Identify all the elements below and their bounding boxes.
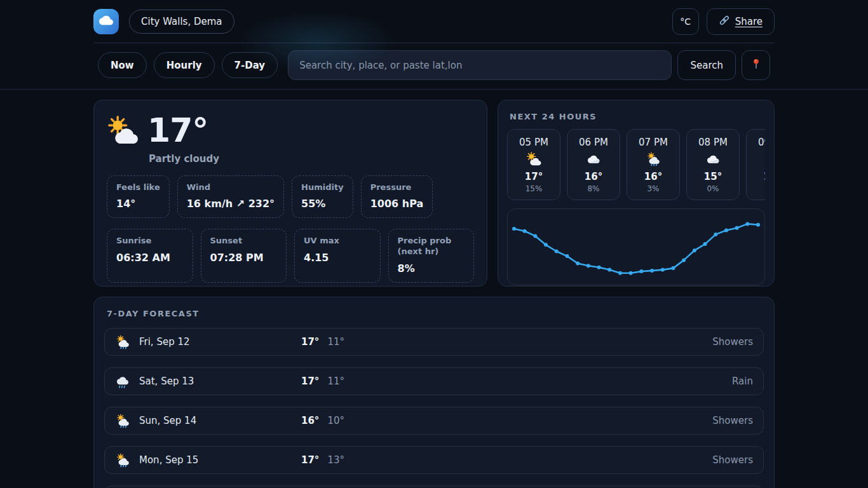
next-24-hours-card: NEXT 24 HOURS 05 PM 17° 15% 06 PM 16°	[498, 100, 775, 287]
stat-value: 07:28 PM	[210, 252, 278, 264]
stat-value: 16 km/h ↗ 232°	[187, 198, 275, 210]
hour-precip: 8%	[567, 184, 620, 193]
hour-weather-icon	[526, 159, 541, 171]
seven-day-forecast-title: 7-DAY FORECAST	[107, 309, 764, 318]
day-low-temp: 11°	[327, 376, 344, 387]
day-low-temp: 10°	[327, 415, 344, 426]
hour-precip: 0%	[747, 184, 765, 193]
stat-tile: Feels like 14°	[107, 175, 170, 219]
day-summary: Showers	[712, 336, 753, 348]
view-tab[interactable]: Hourly	[154, 52, 215, 78]
stat-tile: Humidity 55%	[292, 175, 353, 219]
hour-precip: 3%	[627, 184, 679, 193]
forecast-day-row[interactable]: Fri, Sep 12 17° 11° Showers	[104, 328, 764, 356]
hour-card[interactable]: 06 PM 16° 8%	[567, 129, 620, 200]
stat-label: Sunset	[210, 236, 278, 247]
stat-value: 06:32 AM	[116, 252, 184, 264]
current-condition-label: Partly cloudy	[149, 153, 474, 165]
nav-bar: Now Hourly 7-Day Search	[0, 43, 868, 90]
hour-time: 07 PM	[627, 137, 679, 148]
search-input[interactable]	[288, 50, 672, 80]
stat-label: Pressure	[370, 182, 424, 193]
hour-time: 05 PM	[508, 137, 560, 148]
stat-label: Precip prob (next hr)	[398, 236, 465, 257]
day-high-temp: 17°	[301, 376, 319, 387]
stat-label: UV max	[304, 236, 371, 247]
hour-card[interactable]: 07 PM 16° 3%	[627, 129, 680, 200]
stat-value: 8%	[398, 262, 465, 274]
current-temperature: 17°	[147, 113, 208, 148]
cloud-icon	[99, 13, 113, 30]
weather-app: City Walls, Dema °C Share Now	[0, 0, 868, 488]
day-high-temp: 16°	[301, 415, 319, 426]
day-high-temp: 17°	[301, 336, 319, 348]
stat-value: 55%	[301, 198, 344, 210]
forecast-day-row[interactable]	[104, 485, 764, 488]
hour-weather-icon	[586, 159, 601, 171]
hour-time: 08 PM	[687, 137, 739, 148]
forecast-list: Fri, Sep 12 17° 11° Showers Sat, Sep 13 …	[104, 328, 764, 488]
hour-weather-icon	[705, 159, 721, 171]
current-hero: 17°	[107, 113, 474, 148]
link-icon	[719, 15, 730, 29]
app-logo	[93, 9, 119, 34]
search-button[interactable]: Search	[677, 50, 736, 80]
top-bar: City Walls, Dema °C Share	[0, 0, 868, 43]
hour-card[interactable]: 05 PM 17° 15%	[507, 129, 560, 200]
day-name: Mon, Sep 15	[139, 454, 301, 466]
stat-tile: Sunset 07:28 PM	[201, 229, 287, 283]
hour-precip: 0%	[687, 184, 739, 193]
view-tabs: Now Hourly 7-Day	[98, 52, 278, 78]
hour-temp: 16°	[627, 171, 679, 182]
hourly-temperature-chart	[507, 208, 765, 285]
stat-label: Wind	[187, 182, 275, 193]
stat-tile: Sunrise 06:32 AM	[107, 229, 193, 283]
forecast-day-row[interactable]: Sun, Sep 14 16° 10° Showers	[104, 407, 764, 435]
stat-tile: Precip prob (next hr) 8%	[388, 229, 475, 283]
hour-precip: 15%	[508, 184, 560, 193]
forecast-day-row[interactable]: Sat, Sep 13 17° 11° Rain	[104, 367, 764, 395]
forecast-day-row[interactable]: Mon, Sep 15 17° 13° Showers	[104, 446, 764, 474]
pin-icon	[750, 58, 763, 72]
hour-card[interactable]: 08 PM 15° 0%	[686, 129, 740, 200]
day-weather-icon	[115, 413, 130, 428]
current-stats-row-1: Feels like 14° Wind 16 km/h ↗ 232° Humid…	[107, 175, 474, 219]
seven-day-forecast-card: 7-DAY FORECAST Fri, Sep 12 17° 11° Showe…	[93, 297, 775, 488]
hourly-strip[interactable]: 05 PM 17° 15% 06 PM 16° 8% 07 PM	[507, 129, 765, 200]
hour-temp: 15°	[747, 171, 765, 182]
day-high-temp: 17°	[301, 454, 319, 466]
stat-value: 1006 hPa	[370, 198, 424, 210]
day-name: Fri, Sep 12	[139, 336, 301, 348]
hour-temp: 16°	[567, 171, 620, 182]
stat-label: Feels like	[116, 182, 160, 193]
stat-tile: UV max 4.15	[294, 229, 381, 283]
day-temps: 17° 11°	[301, 376, 732, 387]
view-tab[interactable]: 7-Day	[222, 52, 278, 78]
current-stats-row-2: Sunrise 06:32 AM Sunset 07:28 PM UV max …	[107, 229, 474, 283]
day-low-temp: 13°	[327, 454, 344, 466]
day-low-temp: 11°	[327, 336, 344, 348]
hour-temp: 17°	[508, 171, 560, 182]
stat-tile: Wind 16 km/h ↗ 232°	[177, 175, 284, 219]
hour-time: 06 PM	[567, 137, 620, 148]
day-summary: Showers	[712, 454, 753, 466]
hour-time: 09 PM	[747, 137, 765, 148]
main-content: 17° Partly cloudy Feels like 14° Wind 16…	[89, 100, 779, 488]
unit-toggle-button[interactable]: °C	[672, 8, 699, 35]
partly-cloudy-icon	[107, 114, 139, 146]
day-weather-icon	[115, 374, 130, 389]
day-name: Sat, Sep 13	[139, 376, 301, 387]
hour-card[interactable]: 09 PM 15° 0%	[746, 129, 765, 200]
day-weather-icon	[115, 452, 130, 468]
stat-value: 4.15	[304, 252, 371, 264]
share-button[interactable]: Share	[707, 8, 775, 35]
day-temps: 16° 10°	[301, 415, 712, 426]
location-chip[interactable]: City Walls, Dema	[129, 10, 234, 34]
day-name: Sun, Sep 14	[139, 415, 301, 426]
hour-temp: 15°	[687, 171, 739, 182]
line-chart	[508, 209, 764, 285]
view-tab[interactable]: Now	[98, 52, 147, 78]
day-temps: 17° 13°	[301, 454, 712, 466]
next-24-hours-title: NEXT 24 HOURS	[510, 112, 765, 121]
pin-location-button[interactable]	[742, 50, 770, 80]
